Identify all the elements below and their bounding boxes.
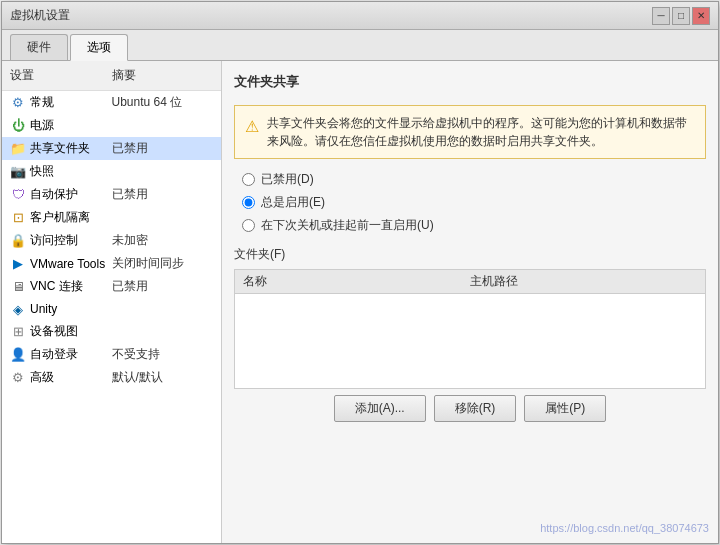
warning-text: 共享文件夹会将您的文件显示给虚拟机中的程序。这可能为您的计算机和数据带来风险。请… [267, 114, 695, 150]
icon-general: ⚙ [10, 95, 26, 111]
settings-item-shared_folders[interactable]: 📁 共享文件夹 已禁用 [2, 137, 221, 160]
radio-until-poweroff-label: 在下次关机或挂起前一直启用(U) [261, 217, 434, 234]
window-controls: ─ □ ✕ [652, 7, 710, 25]
settings-item-unity[interactable]: ◈ Unity [2, 298, 221, 320]
item-name-access_control: 🔒 访问控制 [10, 232, 112, 249]
item-value-vnc: 已禁用 [112, 278, 214, 295]
item-value-vmware_tools: 关闭时间同步 [112, 255, 214, 272]
item-name-guest_isolation: ⊡ 客户机隔离 [10, 209, 112, 226]
folder-table-body [235, 294, 705, 388]
settings-item-access_control[interactable]: 🔒 访问控制 未加密 [2, 229, 221, 252]
radio-until-poweroff-input[interactable] [242, 219, 255, 232]
radio-disabled-input[interactable] [242, 173, 255, 186]
settings-item-snapshot[interactable]: 📷 快照 [2, 160, 221, 183]
tab-options[interactable]: 选项 [70, 34, 128, 61]
radio-disabled[interactable]: 已禁用(D) [242, 171, 698, 188]
radio-disabled-label: 已禁用(D) [261, 171, 314, 188]
folder-table: 名称 主机路径 [234, 269, 706, 389]
item-name-vmware_tools: ▶ VMware Tools [10, 256, 112, 272]
settings-item-guest_isolation[interactable]: ⊡ 客户机隔离 [2, 206, 221, 229]
icon-device_view: ⊞ [10, 324, 26, 340]
folder-col-name: 名称 [243, 273, 470, 290]
tab-bar: 硬件 选项 [2, 30, 718, 61]
titlebar: 虚拟机设置 ─ □ ✕ [2, 2, 718, 30]
item-value-advanced: 默认/默认 [112, 369, 214, 386]
radio-always-label: 总是启用(E) [261, 194, 325, 211]
item-name-autoprotect: 🛡 自动保护 [10, 186, 112, 203]
radio-always[interactable]: 总是启用(E) [242, 194, 698, 211]
icon-access_control: 🔒 [10, 233, 26, 249]
right-panel: 文件夹共享 ⚠ 共享文件夹会将您的文件显示给虚拟机中的程序。这可能为您的计算机和… [222, 61, 718, 543]
item-name-shared_folders: 📁 共享文件夹 [10, 140, 112, 157]
icon-power: ⏻ [10, 118, 26, 134]
folder-table-header: 名称 主机路径 [235, 270, 705, 294]
settings-item-autoprotect[interactable]: 🛡 自动保护 已禁用 [2, 183, 221, 206]
item-name-advanced: ⚙ 高级 [10, 369, 112, 386]
icon-unity: ◈ [10, 301, 26, 317]
settings-item-power[interactable]: ⏻ 电源 [2, 114, 221, 137]
settings-list: ⚙ 常规 Ubuntu 64 位 ⏻ 电源 📁 共享文件夹 已禁用 📷 快照 🛡… [2, 91, 221, 543]
settings-item-device_view[interactable]: ⊞ 设备视图 [2, 320, 221, 343]
settings-item-autologin[interactable]: 👤 自动登录 不受支持 [2, 343, 221, 366]
settings-item-vmware_tools[interactable]: ▶ VMware Tools 关闭时间同步 [2, 252, 221, 275]
item-value-access_control: 未加密 [112, 232, 214, 249]
folder-section: 文件夹(F) 名称 主机路径 添加(A)... 移除(R) 属性(P) [234, 246, 706, 422]
icon-vnc: 🖥 [10, 279, 26, 295]
icon-vmware_tools: ▶ [10, 256, 26, 272]
item-name-vnc: 🖥 VNC 连接 [10, 278, 112, 295]
item-name-autologin: 👤 自动登录 [10, 346, 112, 363]
main-content: 设置 摘要 ⚙ 常规 Ubuntu 64 位 ⏻ 电源 📁 共享文件夹 已禁用 … [2, 61, 718, 543]
warning-box: ⚠ 共享文件夹会将您的文件显示给虚拟机中的程序。这可能为您的计算机和数据带来风险… [234, 105, 706, 159]
item-name-general: ⚙ 常规 [10, 94, 112, 111]
list-header: 设置 摘要 [2, 61, 221, 91]
header-summary: 摘要 [112, 67, 214, 84]
icon-shared_folders: 📁 [10, 141, 26, 157]
item-name-device_view: ⊞ 设备视图 [10, 323, 112, 340]
folder-label: 文件夹(F) [234, 246, 706, 263]
header-settings: 设置 [10, 67, 112, 84]
item-value-shared_folders: 已禁用 [112, 140, 214, 157]
icon-autologin: 👤 [10, 347, 26, 363]
item-name-unity: ◈ Unity [10, 301, 112, 317]
icon-advanced: ⚙ [10, 370, 26, 386]
settings-list-panel: 设置 摘要 ⚙ 常规 Ubuntu 64 位 ⏻ 电源 📁 共享文件夹 已禁用 … [2, 61, 222, 543]
icon-autoprotect: 🛡 [10, 187, 26, 203]
add-button[interactable]: 添加(A)... [334, 395, 426, 422]
item-name-power: ⏻ 电源 [10, 117, 112, 134]
settings-item-advanced[interactable]: ⚙ 高级 默认/默认 [2, 366, 221, 389]
item-value-autoprotect: 已禁用 [112, 186, 214, 203]
section-title: 文件夹共享 [234, 73, 706, 91]
folder-buttons: 添加(A)... 移除(R) 属性(P) [234, 395, 706, 422]
icon-snapshot: 📷 [10, 164, 26, 180]
minimize-button[interactable]: ─ [652, 7, 670, 25]
folder-col-path: 主机路径 [470, 273, 697, 290]
item-value-general: Ubuntu 64 位 [112, 94, 214, 111]
maximize-button[interactable]: □ [672, 7, 690, 25]
window-title: 虚拟机设置 [10, 7, 70, 24]
radio-until-poweroff[interactable]: 在下次关机或挂起前一直启用(U) [242, 217, 698, 234]
radio-always-input[interactable] [242, 196, 255, 209]
tab-hardware[interactable]: 硬件 [10, 34, 68, 60]
item-value-autologin: 不受支持 [112, 346, 214, 363]
radio-group: 已禁用(D) 总是启用(E) 在下次关机或挂起前一直启用(U) [234, 167, 706, 238]
close-button[interactable]: ✕ [692, 7, 710, 25]
remove-button[interactable]: 移除(R) [434, 395, 517, 422]
warning-icon: ⚠ [245, 115, 259, 139]
settings-item-vnc[interactable]: 🖥 VNC 连接 已禁用 [2, 275, 221, 298]
item-name-snapshot: 📷 快照 [10, 163, 112, 180]
properties-button[interactable]: 属性(P) [524, 395, 606, 422]
settings-item-general[interactable]: ⚙ 常规 Ubuntu 64 位 [2, 91, 221, 114]
icon-guest_isolation: ⊡ [10, 210, 26, 226]
